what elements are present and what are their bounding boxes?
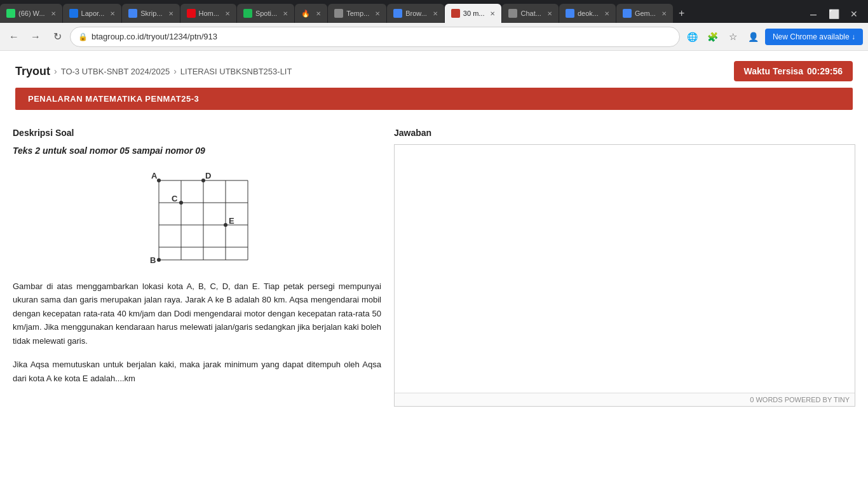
description-label: Deskripsi Soal	[13, 128, 381, 138]
tab-label-browser: Brow...	[405, 10, 427, 17]
breadcrumb-sep-2: ›	[173, 66, 177, 76]
breadcrumb-to3[interactable]: TO-3 UTBK-SNBT 2024/2025	[61, 67, 170, 76]
tab-label-active: 30 m...	[463, 10, 485, 17]
content-area: Deskripsi Soal Teks 2 untuk soal nomor 0…	[0, 118, 868, 417]
forward-button[interactable]: →	[27, 28, 44, 46]
tab-close-browser[interactable]: ✕	[433, 10, 438, 17]
tab-label-spotify: Spoti...	[255, 10, 277, 17]
answer-label: Jawaban	[394, 128, 855, 138]
tab-close-spotify[interactable]: ✕	[283, 10, 288, 17]
svg-point-10	[157, 179, 161, 182]
close-button[interactable]: ✕	[845, 5, 863, 23]
question-panel: Deskripsi Soal Teks 2 untuk soal nomor 0…	[13, 128, 381, 407]
city-grid-svg: A D C E B	[133, 165, 261, 269]
tab-close-whatsapp[interactable]: ✕	[51, 10, 56, 17]
svg-text:C: C	[172, 194, 178, 203]
grid-diagram: A D C E B	[13, 165, 381, 269]
tab-label-fire: 🔥	[301, 10, 310, 18]
answer-panel: Jawaban 0 WORDS POWERED BY TINY	[394, 128, 855, 407]
tab-label-whatsapp: (66) W...	[18, 10, 45, 17]
tab-label-chat: Chat...	[520, 10, 541, 17]
svg-point-14	[179, 201, 183, 205]
browser-tab-chat[interactable]: Chat... ✕	[502, 4, 558, 23]
profile-icon[interactable]: 👤	[745, 28, 763, 46]
svg-text:B: B	[150, 255, 156, 265]
tab-close-netflix[interactable]: ✕	[225, 10, 230, 17]
browser-tab-browser[interactable]: Brow... ✕	[387, 4, 444, 23]
tab-close-skrip[interactable]: ✕	[168, 10, 173, 17]
tab-close-lapor[interactable]: ✕	[110, 10, 115, 17]
address-text: btagroup.co.id/tryout/1234/ptn/913	[92, 32, 672, 41]
breadcrumb-literasi[interactable]: LITERASI UTBKSNBT253-LIT	[180, 67, 292, 76]
tab-close-gem[interactable]: ✕	[661, 10, 667, 17]
question-body-text: Gambar di atas menggambarkan lokasi kota…	[13, 280, 381, 348]
answer-editor-inner[interactable]	[395, 145, 855, 393]
breadcrumb-home[interactable]: Tryout	[15, 65, 50, 78]
svg-point-16	[224, 223, 227, 227]
minimize-button[interactable]: –	[804, 5, 822, 23]
back-button[interactable]: ←	[5, 28, 23, 46]
svg-point-18	[157, 258, 161, 262]
breadcrumb-sep-1: ›	[54, 66, 57, 76]
new-chrome-button[interactable]: New Chrome available ↓	[765, 29, 863, 45]
editor-footer: 0 WORDS POWERED BY TINY	[395, 393, 855, 406]
question-text2: Jika Aqsa memutuskan untuk berjalan kaki…	[13, 358, 381, 385]
section-title: PENALARAN MATEMATIKA PENMAT25-3	[28, 94, 199, 104]
translate-icon[interactable]: 🌐	[684, 28, 702, 46]
tab-bar: (66) W... ✕ Lapor... ✕ Skrip... ✕ Hom...…	[0, 0, 868, 23]
timer-button[interactable]: Waktu Tersisa 00:29:56	[734, 61, 853, 81]
tab-label-temp: Temp...	[346, 10, 369, 17]
tab-close-fire[interactable]: ✕	[316, 10, 321, 17]
tab-favicon-chat	[508, 9, 517, 18]
browser-tab-netflix[interactable]: Hom... ✕	[180, 4, 236, 23]
teks-header: Teks 2 untuk soal nomor 05 sampai nomor …	[13, 146, 381, 156]
tab-favicon-active	[451, 9, 460, 18]
tab-favicon-spotify	[243, 9, 252, 18]
tab-favicon-netflix	[187, 9, 196, 18]
tab-label-netflix: Hom...	[199, 10, 219, 17]
tab-close-deok[interactable]: ✕	[604, 10, 609, 17]
browser-tab-skrip[interactable]: Skrip... ✕	[122, 4, 179, 23]
tab-favicon-temp	[334, 9, 343, 18]
page-content: Tryout › TO-3 UTBK-SNBT 2024/2025 › LITE…	[0, 51, 868, 488]
svg-text:E: E	[229, 216, 234, 226]
tab-favicon-whatsapp	[6, 9, 15, 18]
timer-label: Waktu Tersisa	[744, 66, 803, 76]
bookmark-icon[interactable]: ☆	[724, 28, 742, 46]
browser-tab-fire[interactable]: 🔥 ✕	[295, 4, 327, 23]
browser-tab-whatsapp[interactable]: (66) W... ✕	[0, 4, 62, 23]
page-header: Tryout › TO-3 UTBK-SNBT 2024/2025 › LITE…	[0, 51, 868, 88]
svg-text:D: D	[205, 171, 211, 180]
browser-tab-lapor[interactable]: Lapor... ✕	[63, 4, 122, 23]
navigation-bar: ← → ↻ 🔒 btagroup.co.id/tryout/1234/ptn/9…	[0, 23, 868, 51]
new-tab-button[interactable]: +	[674, 4, 689, 23]
extension-icon[interactable]: 🧩	[704, 28, 722, 46]
nav-icons: 🌐 🧩 ☆ 👤 New Chrome available ↓	[684, 28, 863, 46]
tab-favicon-browser	[393, 9, 402, 18]
timer-value: 00:29:56	[807, 66, 843, 76]
maximize-button[interactable]: ⬜	[825, 5, 843, 23]
browser-tab-temp[interactable]: Temp... ✕	[328, 4, 386, 23]
section-header: PENALARAN MATEMATIKA PENMAT25-3	[15, 88, 853, 110]
svg-text:A: A	[151, 171, 158, 180]
tab-label-gem: Gem...	[635, 10, 656, 17]
tab-favicon-gem	[623, 9, 632, 18]
browser-tab-deok[interactable]: deok... ✕	[559, 4, 616, 23]
tab-label-lapor: Lapor...	[81, 10, 105, 17]
tab-close-temp[interactable]: ✕	[375, 10, 380, 17]
tab-favicon-skrip	[128, 9, 137, 18]
tab-favicon-deok	[566, 9, 574, 18]
answer-editor: 0 WORDS POWERED BY TINY	[394, 144, 855, 407]
reload-button[interactable]: ↻	[48, 28, 66, 46]
browser-tab-gem[interactable]: Gem... ✕	[616, 4, 673, 23]
tab-label-skrip: Skrip...	[140, 10, 162, 17]
browser-tab-active[interactable]: 30 m... ✕	[445, 4, 502, 23]
tab-close-chat[interactable]: ✕	[547, 10, 552, 17]
browser-tab-spotify[interactable]: Spoti... ✕	[237, 4, 294, 23]
lock-icon: 🔒	[78, 32, 88, 41]
tab-label-deok: deok...	[578, 10, 599, 17]
address-bar[interactable]: 🔒 btagroup.co.id/tryout/1234/ptn/913	[70, 27, 680, 47]
word-count: 0 WORDS POWERED BY TINY	[750, 396, 850, 403]
tab-close-active[interactable]: ✕	[490, 10, 495, 17]
breadcrumb: Tryout › TO-3 UTBK-SNBT 2024/2025 › LITE…	[15, 65, 292, 78]
